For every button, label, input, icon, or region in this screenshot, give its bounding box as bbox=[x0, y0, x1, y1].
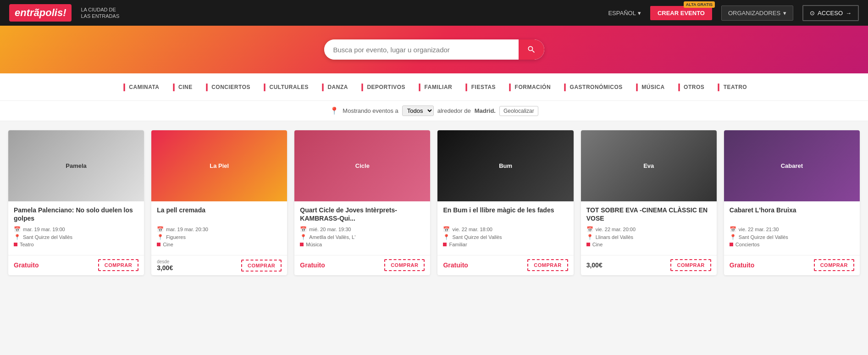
categories-nav: ❙CAMINATA❙CINE❙CONCIERTOS❙CULTURALES❙DAN… bbox=[0, 73, 868, 101]
event-price: Gratuito bbox=[443, 261, 468, 269]
event-thumbnail: Cabaret bbox=[724, 130, 860, 201]
category-dot bbox=[586, 243, 590, 246]
cat-label: TEATRO bbox=[724, 84, 747, 90]
cat-label: FAMILIAR bbox=[425, 84, 453, 90]
cat-label: CAMINATA bbox=[129, 84, 159, 90]
event-price: Gratuito bbox=[730, 261, 754, 269]
cat-separator: ❙ bbox=[261, 83, 268, 91]
category-item-fiestas[interactable]: ❙FIESTAS bbox=[459, 80, 500, 94]
event-category: Cine bbox=[157, 242, 282, 247]
calendar-icon: 📅 bbox=[443, 226, 450, 233]
category-item-gastronómicos[interactable]: ❙GASTRONÓMICOS bbox=[557, 80, 627, 94]
category-item-caminata[interactable]: ❙CAMINATA bbox=[116, 80, 164, 94]
category-item-culturales[interactable]: ❙CULTURALES bbox=[257, 80, 313, 94]
cat-label: FIESTAS bbox=[471, 84, 496, 90]
cat-label: CULTURALES bbox=[269, 84, 308, 90]
pin-icon: 📍 bbox=[443, 234, 450, 240]
location-icon: 📍 bbox=[330, 106, 339, 115]
event-date: 📅 vie. 22 mar. 20:00 bbox=[586, 226, 711, 233]
event-location: 📍 Ametlla del Vallès, L' bbox=[300, 234, 425, 240]
mostrando-label: Mostrando eventos a bbox=[343, 107, 398, 114]
category-item-teatro[interactable]: ❙TEATRO bbox=[711, 80, 752, 94]
event-body: Cabaret L'hora Bruixa 📅 vie. 22 mar. 21:… bbox=[724, 201, 860, 253]
event-title: Quart Cicle de Joves Intèrprets-KAMBRASS… bbox=[300, 206, 425, 222]
event-category: Cine bbox=[586, 242, 711, 247]
language-button[interactable]: ESPAÑOL ▾ bbox=[608, 10, 641, 17]
geolocalize-button[interactable]: Geolocalizar bbox=[499, 106, 538, 116]
event-category: Música bbox=[300, 242, 425, 247]
event-thumbnail: Cicle bbox=[294, 130, 430, 201]
pin-icon: 📍 bbox=[157, 234, 164, 240]
pin-icon: 📍 bbox=[730, 234, 736, 240]
category-dot bbox=[730, 243, 733, 246]
category-item-formación[interactable]: ❙FORMACIÓN bbox=[502, 80, 555, 94]
calendar-icon: 📅 bbox=[157, 226, 164, 233]
event-category: Conciertos bbox=[730, 242, 854, 247]
category-item-conciertos[interactable]: ❙CONCIERTOS bbox=[199, 80, 255, 94]
todos-select[interactable]: Todos bbox=[402, 105, 434, 116]
main-header: entrãpolis! LA CIUDAD DE LAS ENTRADAS ES… bbox=[0, 0, 868, 26]
event-footer: Gratuito COMPRAR bbox=[294, 255, 430, 275]
cat-separator: ❙ bbox=[634, 83, 640, 91]
comprar-button[interactable]: COMPRAR bbox=[670, 259, 711, 271]
pin-icon: 📍 bbox=[14, 234, 21, 240]
event-title: Pamela Palenciano: No solo duelen los go… bbox=[14, 206, 138, 222]
cat-separator: ❙ bbox=[562, 83, 568, 91]
comprar-button[interactable]: COMPRAR bbox=[241, 260, 282, 272]
cat-separator: ❙ bbox=[171, 83, 177, 91]
event-price: 3,00€ bbox=[586, 261, 603, 269]
event-footer: desde 3,00€ COMPRAR bbox=[151, 255, 287, 275]
cat-label: DEPORTIVOS bbox=[367, 84, 405, 90]
calendar-icon: 📅 bbox=[14, 226, 21, 233]
category-item-otros[interactable]: ❙OTROS bbox=[671, 80, 709, 94]
crear-evento-button[interactable]: ALTA GRATIS CREAR EVENTO bbox=[650, 6, 712, 20]
event-card: La Piel La pell cremada 📅 mar. 19 mar. 2… bbox=[151, 130, 287, 275]
cat-separator: ❙ bbox=[507, 83, 513, 91]
site-logo[interactable]: entrãpolis! bbox=[9, 4, 72, 22]
cat-label: GASTRONÓMICOS bbox=[570, 84, 623, 90]
event-title: En Bum i el llibre màgic de les fades bbox=[443, 206, 568, 222]
alrededor-label: alrededor de bbox=[437, 107, 471, 114]
comprar-button[interactable]: COMPRAR bbox=[98, 259, 138, 271]
acceso-button[interactable]: ⊙ ACCESO → bbox=[802, 5, 859, 21]
event-body: TOT SOBRE EVA -CINEMA CLÀSSIC EN VOSE 📅 … bbox=[581, 201, 717, 253]
search-input[interactable] bbox=[324, 39, 519, 60]
event-price: Gratuito bbox=[14, 261, 39, 269]
pin-icon: 📍 bbox=[586, 234, 593, 240]
category-dot bbox=[443, 243, 447, 246]
category-dot bbox=[14, 243, 17, 246]
event-title: TOT SOBRE EVA -CINEMA CLÀSSIC EN VOSE bbox=[586, 206, 711, 222]
event-body: Pamela Palenciano: No solo duelen los go… bbox=[8, 201, 144, 253]
event-location: 📍 Sant Quirze del Vallès bbox=[14, 234, 138, 240]
event-category: Teatro bbox=[14, 242, 138, 247]
alta-gratis-badge: ALTA GRATIS bbox=[684, 1, 715, 8]
category-item-familiar[interactable]: ❙FAMILIAR bbox=[412, 80, 457, 94]
organizadores-button[interactable]: ORGANIZADORES ▾ bbox=[721, 6, 793, 21]
event-card: Pamela Pamela Palenciano: No solo duelen… bbox=[8, 130, 144, 275]
event-footer: Gratuito COMPRAR bbox=[437, 255, 573, 275]
event-price: desde 3,00€ bbox=[157, 259, 173, 272]
comprar-button[interactable]: COMPRAR bbox=[384, 259, 425, 271]
cat-label: OTROS bbox=[684, 84, 704, 90]
cat-label: CINE bbox=[178, 84, 193, 90]
event-date: 📅 vie. 22 mar. 18:00 bbox=[443, 226, 568, 233]
category-item-danza[interactable]: ❙DANZA bbox=[315, 80, 353, 94]
search-button[interactable] bbox=[519, 39, 544, 60]
comprar-button[interactable]: COMPRAR bbox=[527, 259, 568, 271]
category-item-cine[interactable]: ❙CINE bbox=[166, 80, 197, 94]
cat-label: FORMACIÓN bbox=[515, 84, 551, 90]
event-date: 📅 mié. 20 mar. 19:30 bbox=[300, 226, 425, 233]
category-dot bbox=[157, 243, 160, 246]
cat-separator: ❙ bbox=[463, 83, 470, 91]
event-title: La pell cremada bbox=[157, 206, 282, 222]
cat-label: CONCIERTOS bbox=[211, 84, 250, 90]
event-footer: Gratuito COMPRAR bbox=[8, 255, 144, 275]
event-body: La pell cremada 📅 mar. 19 mar. 20:30 📍 F… bbox=[151, 201, 287, 253]
cat-separator: ❙ bbox=[121, 83, 127, 91]
calendar-icon: 📅 bbox=[586, 226, 593, 233]
comprar-button[interactable]: COMPRAR bbox=[814, 259, 854, 271]
category-item-música[interactable]: ❙MÚSICA bbox=[629, 80, 669, 94]
event-footer: Gratuito COMPRAR bbox=[724, 255, 860, 275]
category-item-deportivos[interactable]: ❙DEPORTIVOS bbox=[354, 80, 410, 94]
category-dot bbox=[300, 243, 304, 246]
